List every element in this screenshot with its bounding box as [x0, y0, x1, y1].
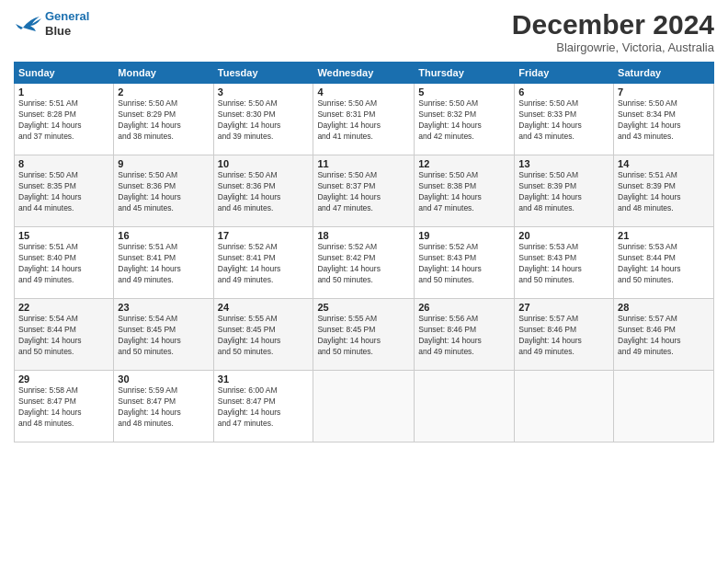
calendar-cell: 20Sunrise: 5:53 AM Sunset: 8:43 PM Dayli…: [515, 227, 614, 299]
logo-line1: General: [45, 9, 89, 23]
day-info: Sunrise: 5:52 AM Sunset: 8:41 PM Dayligh…: [218, 242, 310, 286]
calendar-cell: 27Sunrise: 5:57 AM Sunset: 8:46 PM Dayli…: [515, 299, 614, 371]
weekday-header: Friday: [515, 63, 614, 84]
logo-text: General Blue: [45, 9, 89, 38]
calendar-cell: [515, 371, 614, 442]
calendar-cell: 1Sunrise: 5:51 AM Sunset: 8:28 PM Daylig…: [15, 84, 114, 155]
weekday-header: Sunday: [15, 63, 114, 84]
calendar-cell: [614, 371, 714, 442]
logo-icon: [14, 11, 41, 37]
calendar-cell: [313, 371, 415, 442]
day-info: Sunrise: 5:50 AM Sunset: 8:29 PM Dayligh…: [118, 98, 209, 143]
calendar-cell: 8Sunrise: 5:50 AM Sunset: 8:35 PM Daylig…: [15, 155, 114, 227]
calendar-cell: 14Sunrise: 5:51 AM Sunset: 8:39 PM Dayli…: [614, 155, 714, 227]
calendar-cell: 23Sunrise: 5:54 AM Sunset: 8:45 PM Dayli…: [114, 299, 213, 371]
day-info: Sunrise: 5:59 AM Sunset: 8:47 PM Dayligh…: [118, 385, 209, 430]
day-number: 13: [518, 158, 609, 169]
day-number: 23: [118, 302, 209, 313]
calendar-cell: 7Sunrise: 5:50 AM Sunset: 8:34 PM Daylig…: [614, 84, 714, 155]
day-info: Sunrise: 5:50 AM Sunset: 8:36 PM Dayligh…: [218, 170, 310, 214]
day-number: 8: [18, 158, 109, 169]
calendar-cell: 17Sunrise: 5:52 AM Sunset: 8:41 PM Dayli…: [213, 227, 313, 299]
calendar-cell: 6Sunrise: 5:50 AM Sunset: 8:33 PM Daylig…: [515, 84, 614, 155]
calendar-cell: 11Sunrise: 5:50 AM Sunset: 8:37 PM Dayli…: [313, 155, 415, 227]
day-info: Sunrise: 5:56 AM Sunset: 8:46 PM Dayligh…: [418, 314, 510, 358]
day-info: Sunrise: 5:50 AM Sunset: 8:35 PM Dayligh…: [18, 170, 109, 214]
day-info: Sunrise: 5:51 AM Sunset: 8:41 PM Dayligh…: [118, 242, 209, 286]
weekday-header: Tuesday: [213, 63, 313, 84]
day-number: 2: [118, 86, 209, 98]
calendar-week-row: 8Sunrise: 5:50 AM Sunset: 8:35 PM Daylig…: [15, 155, 714, 227]
day-info: Sunrise: 5:51 AM Sunset: 8:28 PM Dayligh…: [18, 98, 109, 143]
calendar-cell: 18Sunrise: 5:52 AM Sunset: 8:42 PM Dayli…: [313, 227, 415, 299]
day-number: 29: [18, 373, 109, 385]
calendar-week-row: 1Sunrise: 5:51 AM Sunset: 8:28 PM Daylig…: [15, 84, 714, 155]
day-info: Sunrise: 5:53 AM Sunset: 8:43 PM Dayligh…: [518, 242, 609, 286]
day-info: Sunrise: 5:54 AM Sunset: 8:44 PM Dayligh…: [18, 314, 109, 358]
calendar-cell: 24Sunrise: 5:55 AM Sunset: 8:45 PM Dayli…: [213, 299, 313, 371]
calendar-cell: [415, 371, 515, 442]
calendar-cell: 9Sunrise: 5:50 AM Sunset: 8:36 PM Daylig…: [114, 155, 213, 227]
day-info: Sunrise: 5:50 AM Sunset: 8:38 PM Dayligh…: [418, 170, 510, 214]
day-number: 15: [18, 230, 109, 241]
calendar-cell: 28Sunrise: 5:57 AM Sunset: 8:46 PM Dayli…: [614, 299, 714, 371]
weekday-header: Monday: [114, 63, 213, 84]
day-number: 19: [418, 230, 510, 241]
day-number: 5: [418, 86, 510, 98]
day-number: 10: [218, 158, 310, 169]
weekday-header: Wednesday: [313, 63, 415, 84]
calendar-cell: 31Sunrise: 6:00 AM Sunset: 8:47 PM Dayli…: [213, 371, 313, 442]
calendar-week-row: 29Sunrise: 5:58 AM Sunset: 8:47 PM Dayli…: [15, 371, 714, 442]
calendar-cell: 15Sunrise: 5:51 AM Sunset: 8:40 PM Dayli…: [15, 227, 114, 299]
day-number: 28: [618, 302, 710, 313]
day-info: Sunrise: 5:53 AM Sunset: 8:44 PM Dayligh…: [618, 242, 710, 286]
logo-line2: Blue: [45, 24, 89, 39]
calendar-cell: 25Sunrise: 5:55 AM Sunset: 8:45 PM Dayli…: [313, 299, 415, 371]
day-info: Sunrise: 5:52 AM Sunset: 8:42 PM Dayligh…: [317, 242, 410, 286]
weekday-header: Thursday: [415, 63, 515, 84]
calendar-cell: 19Sunrise: 5:52 AM Sunset: 8:43 PM Dayli…: [415, 227, 515, 299]
day-info: Sunrise: 5:50 AM Sunset: 8:36 PM Dayligh…: [118, 170, 209, 214]
calendar-cell: 2Sunrise: 5:50 AM Sunset: 8:29 PM Daylig…: [114, 84, 213, 155]
calendar-cell: 3Sunrise: 5:50 AM Sunset: 8:30 PM Daylig…: [213, 84, 313, 155]
calendar-cell: 26Sunrise: 5:56 AM Sunset: 8:46 PM Dayli…: [415, 299, 515, 371]
day-info: Sunrise: 5:57 AM Sunset: 8:46 PM Dayligh…: [518, 314, 609, 358]
day-info: Sunrise: 5:52 AM Sunset: 8:43 PM Dayligh…: [418, 242, 510, 286]
calendar-week-row: 15Sunrise: 5:51 AM Sunset: 8:40 PM Dayli…: [15, 227, 714, 299]
day-number: 1: [18, 86, 109, 98]
day-number: 27: [518, 302, 609, 313]
calendar-cell: 30Sunrise: 5:59 AM Sunset: 8:47 PM Dayli…: [114, 371, 213, 442]
calendar-week-row: 22Sunrise: 5:54 AM Sunset: 8:44 PM Dayli…: [15, 299, 714, 371]
header: General Blue December 2024 Blairgowrie, …: [14, 9, 714, 54]
day-info: Sunrise: 5:55 AM Sunset: 8:45 PM Dayligh…: [317, 314, 410, 358]
day-info: Sunrise: 5:50 AM Sunset: 8:30 PM Dayligh…: [218, 98, 310, 143]
day-number: 31: [218, 373, 310, 385]
day-number: 21: [618, 230, 710, 241]
day-number: 30: [118, 373, 209, 385]
day-info: Sunrise: 5:50 AM Sunset: 8:34 PM Dayligh…: [618, 98, 710, 143]
calendar-cell: 29Sunrise: 5:58 AM Sunset: 8:47 PM Dayli…: [15, 371, 114, 442]
logo: General Blue: [14, 9, 89, 38]
day-number: 25: [317, 302, 410, 313]
calendar-cell: 21Sunrise: 5:53 AM Sunset: 8:44 PM Dayli…: [614, 227, 714, 299]
day-info: Sunrise: 5:51 AM Sunset: 8:39 PM Dayligh…: [618, 170, 710, 214]
calendar-cell: 22Sunrise: 5:54 AM Sunset: 8:44 PM Dayli…: [15, 299, 114, 371]
day-info: Sunrise: 5:58 AM Sunset: 8:47 PM Dayligh…: [18, 385, 109, 430]
calendar-cell: 10Sunrise: 5:50 AM Sunset: 8:36 PM Dayli…: [213, 155, 313, 227]
day-number: 3: [218, 86, 310, 98]
day-number: 16: [118, 230, 209, 241]
day-info: Sunrise: 5:55 AM Sunset: 8:45 PM Dayligh…: [218, 314, 310, 358]
calendar-cell: 13Sunrise: 5:50 AM Sunset: 8:39 PM Dayli…: [515, 155, 614, 227]
day-number: 26: [418, 302, 510, 313]
day-info: Sunrise: 5:50 AM Sunset: 8:39 PM Dayligh…: [518, 170, 609, 214]
calendar-header-row: SundayMondayTuesdayWednesdayThursdayFrid…: [15, 63, 714, 84]
weekday-header: Saturday: [614, 63, 714, 84]
page: General Blue December 2024 Blairgowrie, …: [0, 0, 728, 563]
calendar: SundayMondayTuesdayWednesdayThursdayFrid…: [14, 62, 714, 442]
title-section: December 2024 Blairgowrie, Victoria, Aus…: [512, 9, 714, 54]
day-number: 4: [317, 86, 410, 98]
day-info: Sunrise: 5:57 AM Sunset: 8:46 PM Dayligh…: [618, 314, 710, 358]
day-info: Sunrise: 5:50 AM Sunset: 8:37 PM Dayligh…: [317, 170, 410, 214]
day-info: Sunrise: 5:50 AM Sunset: 8:31 PM Dayligh…: [317, 98, 410, 143]
day-number: 9: [118, 158, 209, 169]
